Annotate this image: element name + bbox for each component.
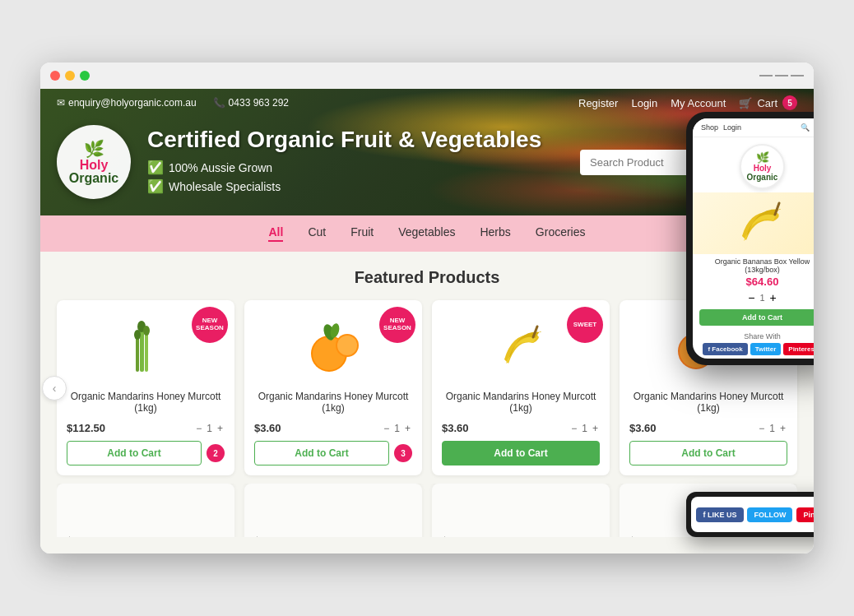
mobile-share-section: Share With f Facebook Twitter Pinterest — [693, 329, 814, 359]
add-to-cart-row-3: Add to Cart — [442, 441, 600, 465]
product-price-row-3: $3.60 − 1 + — [442, 422, 600, 434]
plus-bot-2[interactable]: + — [403, 536, 412, 538]
qty-control-3: − 1 + — [569, 423, 600, 434]
category-vegetables[interactable]: Vegetables — [398, 225, 455, 242]
mobile-logo-area: 🌿 Holy Organic — [693, 137, 814, 192]
add-to-cart-row-1: Add to Cart 2 — [67, 441, 225, 465]
prev-arrow[interactable]: ‹ — [42, 376, 67, 401]
mobile-qty-row: − 1 + — [693, 289, 814, 306]
add-to-cart-btn-4[interactable]: Add to Cart — [629, 441, 787, 465]
mobile-twitter-btn[interactable]: Twitter — [750, 343, 782, 355]
tablet-pi-btn[interactable]: Pin it — [796, 507, 814, 522]
tablet-overlay: f LIKE US FOLLOW Pin it — [686, 492, 814, 537]
category-groceries[interactable]: Groceries — [536, 225, 586, 242]
feature-2: ✅ Wholesale Specialists — [147, 178, 564, 194]
product-badge-2: NEWSEASON — [379, 307, 415, 343]
mobile-product-name: Organic Bananas Box Yellow (13kg/box) — [693, 254, 814, 274]
my-account-link[interactable]: My Account — [671, 97, 726, 109]
qty-minus-2[interactable]: − — [382, 423, 391, 434]
svg-point-5 — [134, 330, 141, 340]
add-to-cart-btn-1[interactable]: Add to Cart — [67, 441, 202, 465]
qty-plus-2[interactable]: + — [403, 423, 412, 434]
minus-bot-1[interactable]: − — [194, 536, 203, 538]
title-bar — [40, 63, 814, 89]
mobile-qty-minus[interactable]: − — [748, 291, 754, 304]
category-cut[interactable]: Cut — [308, 225, 326, 242]
mobile-add-to-cart-btn[interactable]: Add to Cart — [699, 309, 814, 326]
qty-value-3: 1 — [582, 423, 587, 434]
price-row-bot-1: $112.50 −1+ — [67, 535, 225, 537]
qty-minus-3[interactable]: − — [569, 423, 578, 434]
check-icon-1: ✅ — [147, 160, 164, 175]
register-link[interactable]: Register — [578, 97, 618, 109]
cart-icon: 🛒 — [739, 97, 752, 109]
qty-plus-4[interactable]: + — [778, 423, 787, 434]
hamburger-icon[interactable] — [759, 73, 804, 78]
hero-text: Certified Organic Fruit & Vegetables ✅ 1… — [147, 127, 564, 197]
qty-control-1: − 1 + — [194, 423, 225, 434]
mobile-login-link[interactable]: Login — [723, 123, 741, 132]
plus-bot-1[interactable]: + — [216, 536, 225, 538]
mobile-screen: Shop Login 🔍 🛒 🌿 Holy Organic — [693, 118, 814, 359]
mobile-search-icon[interactable]: 🔍 — [801, 123, 810, 132]
qty-value-2: 1 — [394, 423, 400, 434]
product-name-2: Organic Mandarins Honey Murcott (1kg) — [254, 391, 412, 415]
product-price-3: $3.60 — [442, 422, 469, 434]
category-fruit[interactable]: Fruit — [350, 225, 374, 242]
phone-icon: 📞 — [213, 97, 225, 109]
minimize-dot[interactable] — [65, 71, 75, 81]
product-card-1: NEWSEASON Organic Man — [57, 300, 234, 475]
mobile-icons: 🔍 🛒 — [801, 123, 814, 132]
feature-1: ✅ 100% Aussie Grown — [147, 160, 564, 175]
product-badge-3: SWEET — [567, 307, 603, 343]
add-to-cart-row-2: Add to Cart 3 — [254, 441, 412, 465]
product-card-2: NEWSEASON Organic Mandarins Honey Murcot… — [244, 300, 422, 475]
svg-point-4 — [143, 326, 150, 336]
mobile-product-image — [693, 192, 814, 254]
logo: 🌿 Holy Organic — [57, 125, 131, 199]
maximize-dot[interactable] — [80, 71, 90, 81]
qty-minus-4[interactable]: − — [757, 423, 766, 434]
category-all[interactable]: All — [268, 225, 283, 242]
price-row-bot-2: $3.60 −1+ — [254, 535, 412, 537]
tablet-fb-btn[interactable]: f LIKE US — [696, 507, 743, 522]
product-price-2: $3.60 — [254, 422, 281, 434]
product-card-bot-3: Add to Cart $3.60 −1+ — [432, 484, 610, 537]
qty-plus-1[interactable]: + — [216, 423, 225, 434]
qty-value-4: 1 — [769, 423, 775, 434]
product-name-4: Organic Mandarins Honey Murcott (1kg) — [629, 391, 787, 415]
email-icon: ✉ — [57, 97, 65, 109]
mobile-shop-link[interactable]: Shop — [701, 123, 718, 132]
mobile-facebook-btn[interactable]: f Facebook — [703, 343, 747, 355]
mobile-qty-value: 1 — [759, 293, 764, 303]
product-badge-1: NEWSEASON — [192, 307, 228, 343]
price-row-bot-3: $3.60 −1+ — [442, 535, 600, 537]
add-to-cart-btn-2[interactable]: Add to Cart — [254, 441, 389, 465]
hero-title: Certified Organic Fruit & Vegetables — [147, 127, 564, 153]
mobile-qty-plus[interactable]: + — [770, 291, 777, 304]
check-icon-2: ✅ — [147, 178, 164, 194]
mobile-pinterest-btn[interactable]: Pinterest — [783, 343, 814, 355]
product-card-bot-1: Add to Cart 3 $112.50 −1+ — [57, 484, 234, 537]
add-to-cart-row-4: Add to Cart — [629, 441, 787, 465]
minus-bot-2[interactable]: − — [382, 536, 391, 538]
cart-button[interactable]: 🛒 Cart 5 — [739, 95, 797, 110]
plus-bot-3[interactable]: + — [591, 536, 600, 538]
close-dot[interactable] — [50, 71, 60, 81]
qty-minus-1[interactable]: − — [194, 423, 203, 434]
add-to-cart-btn-3[interactable]: Add to Cart — [442, 441, 600, 465]
cart-count-2: 3 — [394, 444, 412, 462]
qty-plus-3[interactable]: + — [591, 423, 600, 434]
mobile-nav-links: Shop Login — [701, 123, 741, 132]
category-herbs[interactable]: Herbs — [480, 225, 510, 242]
product-price-row-1: $112.50 − 1 + — [67, 422, 225, 434]
product-price-4: $3.60 — [629, 422, 657, 434]
login-link[interactable]: Login — [631, 97, 657, 109]
product-price-1: $112.50 — [67, 422, 105, 434]
product-card-bot-2: Add to Cart 2 $3.60 −1+ — [244, 484, 422, 537]
mobile-phone-overlay: Shop Login 🔍 🛒 🌿 Holy Organic — [686, 112, 814, 365]
svg-rect-1 — [145, 331, 148, 372]
minus-bot-3[interactable]: − — [569, 536, 578, 538]
mobile-share-buttons: f Facebook Twitter Pinterest — [699, 343, 814, 355]
tablet-tw-btn[interactable]: FOLLOW — [747, 507, 792, 522]
